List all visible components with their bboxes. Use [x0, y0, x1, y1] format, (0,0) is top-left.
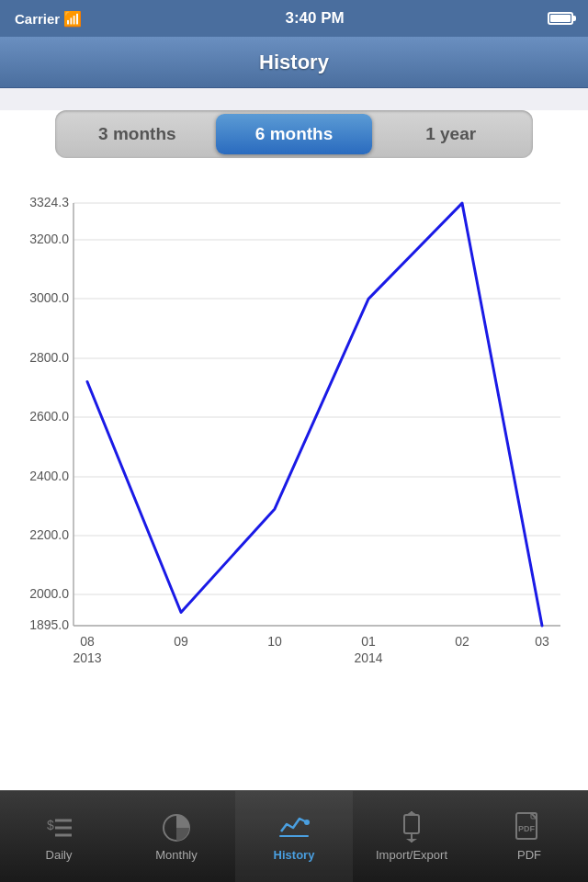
svg-text:2014: 2014 [354, 650, 382, 665]
svg-text:2800.0: 2800.0 [29, 350, 69, 365]
svg-point-34 [304, 820, 310, 825]
tab-pdf[interactable]: PDF PDF [470, 791, 588, 882]
svg-marker-37 [406, 839, 417, 842]
segment-1year[interactable]: 1 year [372, 114, 529, 154]
page-title: History [259, 51, 329, 74]
tab-pdf-label: PDF [517, 848, 541, 862]
time-label: 3:40 PM [285, 9, 344, 28]
svg-rect-33 [279, 835, 309, 837]
tab-importexport-label: Import/Export [376, 848, 447, 862]
svg-text:2013: 2013 [73, 650, 101, 665]
segment-3months[interactable]: 3 months [59, 114, 216, 154]
line-chart-icon [277, 811, 311, 844]
tab-bar: $ Daily Monthly History [0, 790, 588, 882]
segment-6months[interactable]: 6 months [216, 114, 373, 154]
battery-icon [548, 12, 573, 25]
tab-monthly-label: Monthly [155, 848, 198, 862]
pie-chart-icon [160, 811, 193, 844]
tab-history-label: History [274, 848, 315, 862]
chart-line [87, 203, 542, 626]
svg-text:3324.3: 3324.3 [29, 195, 69, 209]
battery-area [548, 12, 573, 25]
svg-text:01: 01 [361, 634, 376, 649]
svg-text:10: 10 [267, 634, 282, 649]
svg-text:2400.0: 2400.0 [29, 469, 69, 483]
line-chart: 3324.3 3200.0 3000.0 2800.0 2600.0 2400.… [18, 180, 570, 695]
pdf-icon: PDF [513, 811, 546, 844]
tab-history[interactable]: History [235, 791, 353, 882]
svg-text:09: 09 [174, 634, 188, 649]
svg-text:03: 03 [535, 634, 549, 649]
tab-monthly[interactable]: Monthly [118, 791, 235, 882]
wifi-icon: 📶 [63, 10, 82, 28]
svg-marker-39 [406, 811, 417, 815]
svg-text:2200.0: 2200.0 [29, 527, 69, 542]
tab-daily[interactable]: $ Daily [0, 791, 118, 882]
tab-daily-label: Daily [46, 848, 73, 862]
svg-text:$: $ [47, 818, 54, 832]
dollar-list-icon: $ [42, 811, 75, 844]
content-area: 3 months 6 months 1 year 3324.3 3200.0 3… [0, 110, 588, 812]
svg-text:2000.0: 2000.0 [29, 586, 69, 601]
svg-rect-35 [404, 815, 419, 833]
svg-text:3200.0: 3200.0 [29, 232, 69, 246]
status-bar: Carrier 📶 3:40 PM [0, 0, 588, 37]
segment-control: 3 months 6 months 1 year [55, 110, 533, 158]
import-export-icon [395, 811, 428, 844]
svg-text:08: 08 [80, 634, 95, 649]
nav-bar: History [0, 37, 588, 88]
tab-import-export[interactable]: Import/Export [353, 791, 470, 882]
svg-text:2600.0: 2600.0 [29, 409, 69, 424]
carrier-label: Carrier [15, 11, 60, 27]
chart-container: 3324.3 3200.0 3000.0 2800.0 2600.0 2400.… [18, 180, 570, 695]
svg-text:02: 02 [455, 634, 469, 649]
svg-text:1895.0: 1895.0 [29, 617, 69, 632]
svg-text:PDF: PDF [518, 824, 536, 833]
svg-text:3000.0: 3000.0 [29, 290, 69, 305]
